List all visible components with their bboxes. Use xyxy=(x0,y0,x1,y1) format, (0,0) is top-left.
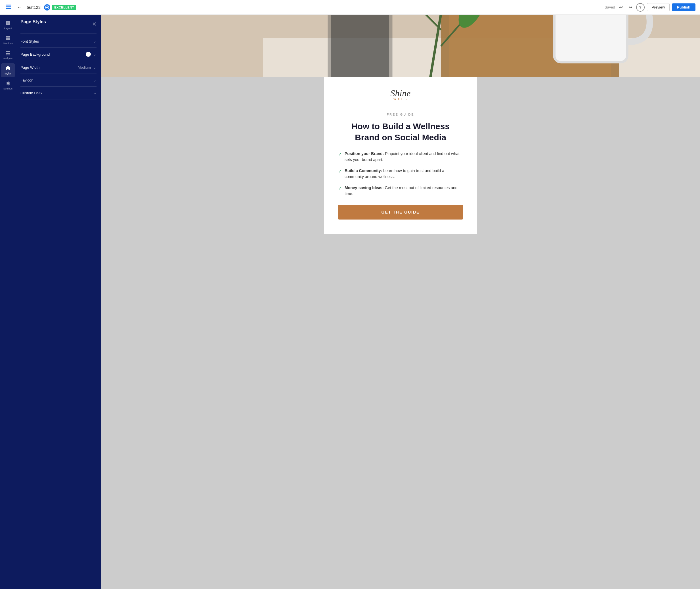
svg-rect-12 xyxy=(6,51,8,52)
redo-button[interactable]: ↪ xyxy=(627,3,634,11)
widgets-icon xyxy=(5,50,10,56)
left-nav: Layout Sections xyxy=(0,15,16,589)
page-background-label: Page Background xyxy=(20,52,50,56)
svg-rect-13 xyxy=(8,51,10,52)
sidebar-top-divider xyxy=(20,33,96,34)
saved-status: Saved xyxy=(605,5,615,9)
page-background-chevron-icon: ⌄ xyxy=(93,52,96,56)
svg-rect-1 xyxy=(6,6,11,7)
page-width-item[interactable]: Page Width Medium ⌄ xyxy=(20,61,96,74)
help-icon: ? xyxy=(639,5,642,10)
svg-rect-14 xyxy=(6,53,10,54)
canvas-area: Shine WELL FREE GUIDE How to Build a Wel… xyxy=(101,15,700,589)
close-panel-button[interactable]: ✕ xyxy=(92,21,96,27)
widgets-label: Widgets xyxy=(3,57,13,60)
app-header: ← test123 EXCELLENT Saved ↩ ↪ ? Preview … xyxy=(0,0,700,15)
svg-rect-10 xyxy=(6,37,10,39)
feature-bold-3: Money-saving Ideas: xyxy=(345,185,384,190)
content-divider xyxy=(338,107,463,107)
page-width-value: Medium xyxy=(78,65,91,69)
page-width-controls: Medium ⌄ xyxy=(78,65,96,69)
feature-item-1: ✓ Position your Brand: Pinpoint your ide… xyxy=(338,151,463,163)
sidebar-item-widgets[interactable]: Widgets xyxy=(1,48,15,62)
back-icon: ← xyxy=(17,4,22,10)
preview-button[interactable]: Preview xyxy=(647,3,670,11)
feature-item-3: ✓ Money-saving Ideas: Get the most out o… xyxy=(338,185,463,197)
undo-button[interactable]: ↩ xyxy=(617,3,625,11)
page-title: test123 xyxy=(27,5,41,10)
sidebar-title: Page Styles xyxy=(20,19,46,24)
font-styles-label: Font Styles xyxy=(20,39,39,43)
header-left: ← test123 EXCELLENT xyxy=(5,3,350,12)
favicon-chevron-icon: ⌄ xyxy=(93,78,96,82)
svg-rect-15 xyxy=(6,54,8,55)
svg-rect-9 xyxy=(6,36,10,37)
svg-rect-7 xyxy=(6,23,8,25)
styles-icon xyxy=(5,65,10,71)
svg-rect-11 xyxy=(6,39,10,40)
layers-logo-icon xyxy=(5,3,12,12)
favicon-item[interactable]: Favicon ⌄ xyxy=(20,74,96,86)
feature-text-3: Money-saving Ideas: Get the most out of … xyxy=(345,185,463,197)
page-background-item[interactable]: Page Background ⌄ xyxy=(20,48,96,61)
page-content-card: Shine WELL FREE GUIDE How to Build a Wel… xyxy=(324,77,477,234)
get-guide-button[interactable]: GET THE GUIDE xyxy=(338,205,463,219)
features-list: ✓ Position your Brand: Pinpoint your ide… xyxy=(338,151,463,197)
styles-label: Styles xyxy=(5,72,12,75)
page-width-chevron-icon: ⌄ xyxy=(93,65,96,69)
svg-rect-8 xyxy=(8,23,10,25)
settings-icon xyxy=(5,81,10,86)
font-styles-chevron-icon: ⌄ xyxy=(93,39,96,43)
custom-css-label: Custom CSS xyxy=(20,91,42,95)
back-button[interactable]: ← xyxy=(16,3,23,11)
svg-rect-0 xyxy=(6,8,11,9)
sections-icon xyxy=(5,35,10,41)
svg-point-4 xyxy=(46,7,48,8)
score-icon xyxy=(44,4,50,10)
custom-css-item[interactable]: Custom CSS ⌄ xyxy=(20,86,96,100)
svg-rect-2 xyxy=(6,5,11,6)
favicon-label: Favicon xyxy=(20,78,33,82)
custom-css-chevron-icon: ⌄ xyxy=(93,90,96,95)
sidebar-item-layout[interactable]: Layout xyxy=(1,18,15,32)
feature-item-2: ✓ Build a Community: Learn how to gain t… xyxy=(338,168,463,180)
checkmark-icon-1: ✓ xyxy=(338,151,342,163)
feature-bold-2: Build a Community: xyxy=(345,168,382,173)
sidebar-item-sections[interactable]: Sections xyxy=(1,33,15,47)
hero-svg xyxy=(101,15,700,77)
page-background-controls: ⌄ xyxy=(86,52,96,57)
hero-image xyxy=(101,15,700,77)
svg-rect-23 xyxy=(562,15,620,46)
checkmark-icon-3: ✓ xyxy=(338,185,342,197)
close-icon: ✕ xyxy=(92,21,96,27)
main-heading: How to Build a Wellness Brand on Social … xyxy=(338,121,463,143)
svg-rect-5 xyxy=(6,21,8,23)
layout-icon xyxy=(5,20,10,26)
svg-rect-35 xyxy=(331,15,389,77)
sidebar-item-settings[interactable]: Settings xyxy=(1,78,15,92)
brand-sub-text: WELL xyxy=(338,96,463,101)
help-button[interactable]: ? xyxy=(636,3,645,12)
publish-button[interactable]: Publish xyxy=(672,3,695,11)
checkmark-icon-2: ✓ xyxy=(338,168,342,180)
brand-logo: Shine WELL xyxy=(338,88,463,101)
page-width-label: Page Width xyxy=(20,65,39,69)
score-label: EXCELLENT xyxy=(52,5,76,10)
header-right: Saved ↩ ↪ ? Preview Publish xyxy=(350,3,695,12)
free-guide-label: FREE GUIDE xyxy=(338,113,463,116)
feature-bold-1: Position your Brand: xyxy=(345,151,384,156)
feature-text-2: Build a Community: Learn how to gain tru… xyxy=(345,168,463,180)
main-container: Layout Sections xyxy=(0,15,700,589)
settings-label: Settings xyxy=(3,87,13,90)
font-styles-item[interactable]: Font Styles ⌄ xyxy=(20,35,96,48)
sections-label: Sections xyxy=(3,42,13,45)
svg-rect-16 xyxy=(8,54,10,55)
sidebar-item-styles[interactable]: Styles xyxy=(1,63,15,77)
svg-rect-6 xyxy=(8,21,10,23)
score-badge: EXCELLENT xyxy=(44,4,76,10)
feature-text-1: Position your Brand: Pinpoint your ideal… xyxy=(345,151,463,163)
sidebar-header: Page Styles ✕ xyxy=(20,19,96,29)
page-background-toggle[interactable] xyxy=(86,52,91,57)
layout-label: Layout xyxy=(4,27,12,30)
page-styles-panel: Page Styles ✕ Font Styles ⌄ Page Backgro… xyxy=(16,15,101,589)
